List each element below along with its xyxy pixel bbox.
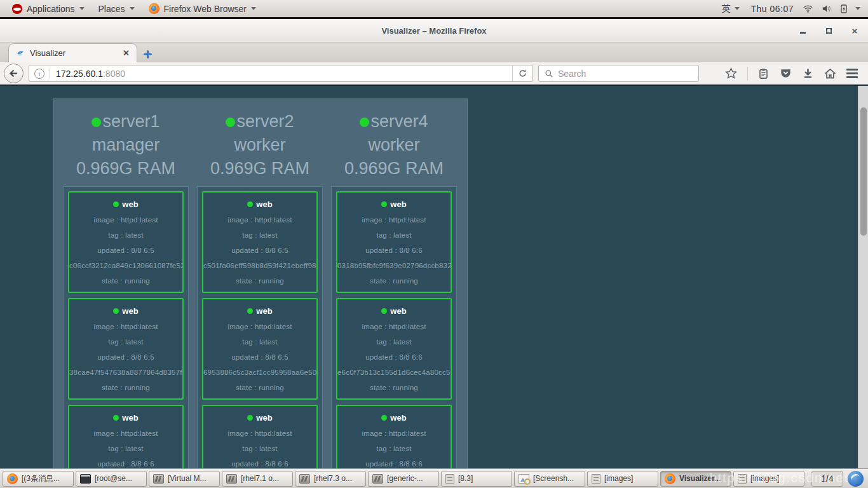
tab-visualizer[interactable]: Visualizer ✕ [8,43,137,62]
top-panel: Applications Places Firefox Web Browser … [0,0,868,19]
task-detail-line: state : running [69,380,182,395]
task-status-dot-icon [247,415,253,421]
swarm-node: server1 manager 0.969G RAM web image : h… [63,99,189,468]
pocket-icon[interactable] [779,67,792,79]
node-role: worker [197,133,323,157]
task-card: web image : httpd:latesttag : latestupda… [336,298,452,400]
swarm-node: server4 worker 0.969G RAM web image : ht… [331,99,457,468]
files-icon [738,474,747,484]
task-detail-line: updated : 8/8 6:5 [203,243,316,258]
task-detail-line: state : running [203,380,316,395]
menu-hamburger-icon[interactable] [846,69,858,78]
clock[interactable]: Thu 06:07 [750,4,794,14]
taskbar-window-button[interactable]: [rhel7.1 o... [222,471,293,487]
taskbar-window-button[interactable]: [Screensh... [514,471,585,487]
scrollbar-thumb[interactable] [860,107,867,236]
divider [50,68,50,79]
back-button[interactable] [4,64,24,83]
back-arrow-icon [8,68,19,79]
task-name: web [256,413,272,423]
task-details: image : httpd:latesttag : latestupdated … [203,212,316,288]
task-detail-line: state : running [337,273,451,288]
firefox-icon [7,473,18,484]
task-name: web [256,306,272,316]
input-method-switcher[interactable]: 英 [719,3,742,15]
task-card: web image : httpd:latesttag : latestupda… [68,298,184,400]
node-name-line: server2 [197,110,323,133]
task-details: image : httpd:latesttag : latestupdated … [203,319,316,395]
taskbar-window-button[interactable]: [rhel7.3 o... [295,471,366,487]
node-header: server2 worker 0.969G RAM [197,99,323,186]
vmm-icon [226,474,237,484]
task-title-line: web [203,410,316,425]
task-detail-line: 6953886c5c3acf1cc95958aa6e509 [203,365,316,380]
firefox-app-menu[interactable]: Firefox Web Browser [142,0,263,17]
files-icon [445,474,454,484]
taskbar-window-label: [rhel7.3 o... [314,474,352,483]
page-content: server1 manager 0.969G RAM web image : h… [0,86,868,468]
taskbar-window-button[interactable]: [8.3] [441,471,512,487]
taskbar-window-button[interactable]: [Virtual M... [149,471,220,487]
applications-menu[interactable]: Applications [5,0,92,17]
search-input[interactable] [558,69,693,79]
home-icon[interactable] [824,67,837,80]
task-name: web [390,306,406,316]
system-tray[interactable] [802,3,860,15]
taskbar-window-button[interactable]: [(3条消息... [3,471,74,487]
window-title: Visualizer – Mozilla Firefox [381,26,486,36]
task-details: image : httpd:latesttag : latestupdated … [69,212,182,288]
reload-icon [518,69,527,78]
task-detail-line: updated : 8/8 6:6 [203,456,316,468]
places-menu-label: Places [98,4,125,14]
ibus-indicator-icon[interactable] [848,471,864,487]
places-menu[interactable]: Places [92,0,142,17]
swarm-nodes: server1 manager 0.969G RAM web image : h… [63,99,458,468]
node-status-dot-icon [92,118,101,127]
new-tab-button[interactable] [143,50,153,59]
input-method-label: 英 [721,3,730,15]
task-details: image : httpd:latesttag : latestupdated … [203,426,316,468]
task-detail-line: tag : latest [203,441,316,456]
screenshot-icon [519,474,529,484]
wifi-icon [802,3,814,14]
bookmark-star-icon[interactable] [724,67,738,80]
node-name: server4 [370,112,428,131]
node-header: server1 manager 0.969G RAM [63,99,189,186]
node-status-dot-icon [360,118,369,127]
toolbar-icons [724,67,864,81]
chevron-down-icon [79,7,85,10]
search-box[interactable] [538,65,699,82]
files-icon [592,474,600,484]
node-name: server1 [102,112,159,131]
download-icon[interactable] [802,67,814,79]
maximize-button[interactable] [824,26,833,35]
workspace-pager[interactable]: 1/4 [811,471,843,487]
bookmarks-menu-icon[interactable] [757,67,770,80]
url-bar[interactable]: i 172.25.60.1 :8080 [29,65,533,82]
node-ram: 0.969G RAM [197,157,323,180]
reload-button[interactable] [512,65,532,81]
site-info-icon[interactable]: i [34,69,44,79]
task-detail-line: updated : 8/8 6:6 [337,243,451,258]
close-window-button[interactable]: × [850,26,859,35]
task-name: web [390,413,406,423]
taskbar-window-button[interactable]: [images] [587,471,658,487]
minimize-button[interactable] [798,26,807,35]
taskbar-window-button[interactable]: [images] [733,471,804,487]
task-detail-line: image : httpd:latest [203,426,316,441]
task-title-line: web [337,197,451,212]
taskbar-window-button[interactable]: [generic-... [368,471,439,487]
taskbar-window-button[interactable]: Visualizer... [660,471,731,487]
node-role: manager [63,133,189,157]
tab-close-icon[interactable]: ✕ [123,48,130,58]
task-detail-line: tag : latest [337,441,451,456]
node-ram: 0.969G RAM [331,157,457,180]
page-scrollbar[interactable] [858,86,868,468]
taskbar-window-button[interactable]: [root@se... [76,471,147,487]
task-details: image : httpd:latesttag : latestupdated … [337,426,451,468]
task-title-line: web [69,304,182,318]
task-detail-line: image : httpd:latest [69,319,182,334]
search-icon [545,69,553,78]
node-name-line: server1 [63,110,189,133]
power-status-icon [839,3,849,15]
